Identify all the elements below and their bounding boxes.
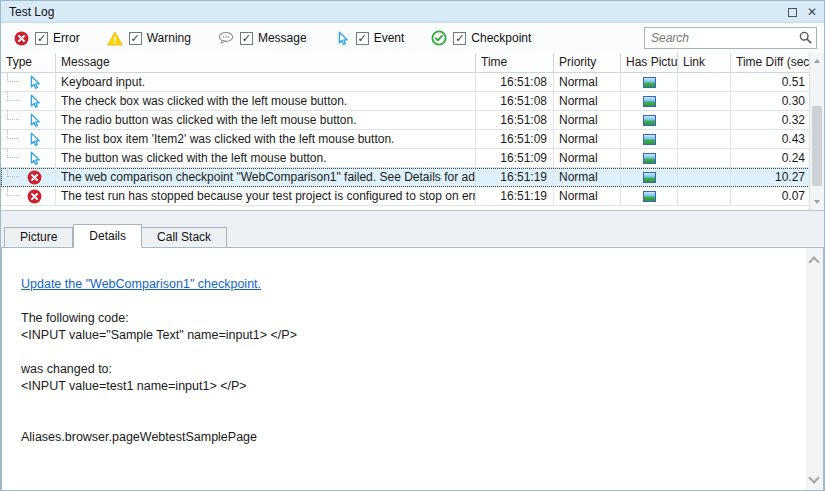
error-icon <box>13 30 29 46</box>
picture-thumbnail-icon[interactable] <box>643 153 656 164</box>
details-text-line <box>21 412 783 429</box>
tab-call-stack[interactable]: Call Stack <box>142 227 227 247</box>
scroll-down-icon[interactable] <box>814 200 820 204</box>
row-link <box>678 187 731 205</box>
table-row[interactable]: The button was clicked with the left mou… <box>1 149 824 168</box>
row-timediff: 0.32 <box>731 111 811 129</box>
row-priority: Normal <box>554 168 621 186</box>
row-message: The web comparison checkpoint "WebCompar… <box>56 168 476 186</box>
row-time: 16:51:08 <box>476 73 554 91</box>
picture-thumbnail-icon[interactable] <box>643 115 656 126</box>
row-link <box>678 149 731 167</box>
scroll-up-icon[interactable] <box>814 59 820 63</box>
row-priority: Normal <box>554 149 621 167</box>
details-text-line: was changed to: <box>21 361 783 378</box>
close-icon[interactable] <box>806 5 818 19</box>
filter-group: Warning <box>107 30 191 46</box>
tree-connector-icon <box>7 92 19 101</box>
message-icon <box>218 30 234 46</box>
filter-group: Event <box>334 30 405 46</box>
row-time: 16:51:08 <box>476 111 554 129</box>
filter-checkbox[interactable] <box>453 32 466 45</box>
row-link <box>678 130 731 148</box>
filter-toolbar: Error Warning Message Event Checkpoint <box>1 23 824 53</box>
row-time: 16:51:09 <box>476 149 554 167</box>
row-link <box>678 92 731 110</box>
details-content: Update the "WebComparison1" checkpoint. … <box>2 248 823 446</box>
filter-checkbox[interactable] <box>35 32 48 45</box>
checkpoint-icon <box>431 30 447 46</box>
row-timediff: 0.24 <box>731 149 811 167</box>
details-text-line: The following code: <box>21 310 783 327</box>
row-link <box>678 111 731 129</box>
maximize-icon[interactable] <box>788 8 797 17</box>
picture-thumbnail-icon[interactable] <box>643 172 656 183</box>
column-header-has-picture[interactable]: Has Picture <box>621 53 678 72</box>
scroll-down-icon[interactable] <box>808 472 819 483</box>
table-row[interactable]: The test run has stopped because your te… <box>1 187 824 206</box>
details-text-line <box>21 293 783 310</box>
table-row[interactable]: The web comparison checkpoint "WebCompar… <box>1 168 824 187</box>
column-header-type[interactable]: Type <box>1 53 56 72</box>
row-priority: Normal <box>554 111 621 129</box>
filter-bar: Error Warning Message Event Checkpoint <box>13 30 558 46</box>
event-icon <box>27 94 41 108</box>
tree-connector-icon <box>7 73 19 82</box>
table-header-row: TypeMessageTimePriorityHas PictureLinkTi… <box>1 53 824 73</box>
filter-group: Checkpoint <box>431 30 531 46</box>
search-input[interactable] <box>644 27 817 49</box>
row-time: 16:51:08 <box>476 92 554 110</box>
update-checkpoint-link[interactable]: Update the "WebComparison1" checkpoint. <box>21 277 261 291</box>
tab-details[interactable]: Details <box>73 224 142 248</box>
table-scrollbar[interactable] <box>809 53 824 210</box>
picture-thumbnail-icon[interactable] <box>643 77 656 88</box>
row-timediff: 10.27 <box>731 168 811 186</box>
column-header-link[interactable]: Link <box>678 53 731 72</box>
title-bar: Test Log <box>1 1 824 23</box>
filter-checkbox[interactable] <box>240 32 253 45</box>
column-header-time-diff-sec-[interactable]: Time Diff (sec) <box>731 53 811 72</box>
row-link <box>678 73 731 91</box>
event-icon <box>27 75 41 89</box>
tree-connector-icon <box>7 111 19 120</box>
scroll-up-icon[interactable] <box>808 256 819 267</box>
filter-label: Message <box>258 31 307 45</box>
tree-connector-icon <box>7 187 19 196</box>
details-scrollbar[interactable] <box>806 248 823 491</box>
warning-icon <box>107 30 123 46</box>
details-text-line <box>21 344 783 361</box>
tree-connector-icon <box>7 168 19 177</box>
filter-checkbox[interactable] <box>356 32 369 45</box>
error-icon <box>27 189 41 203</box>
table-row[interactable]: The list box item 'Item2' was clicked wi… <box>1 130 824 149</box>
error-icon <box>27 170 41 184</box>
row-timediff: 0.07 <box>731 187 811 205</box>
table-row[interactable]: Keyboard input. 16:51:08 Normal 0.51 <box>1 73 824 92</box>
row-priority: Normal <box>554 187 621 205</box>
row-timediff: 0.51 <box>731 73 811 91</box>
details-text-line: <INPUT value="Sample Text" name=input1> … <box>21 327 783 344</box>
details-text-line <box>21 395 783 412</box>
row-message: The radio button was clicked with the le… <box>56 111 476 129</box>
column-header-priority[interactable]: Priority <box>554 53 621 72</box>
picture-thumbnail-icon[interactable] <box>643 134 656 145</box>
filter-checkbox[interactable] <box>129 32 142 45</box>
detail-tabs: PictureDetailsCall Stack <box>1 223 824 247</box>
picture-thumbnail-icon[interactable] <box>643 96 656 107</box>
splitter <box>1 211 824 223</box>
filter-group: Message <box>218 30 307 46</box>
column-header-message[interactable]: Message <box>56 53 476 72</box>
column-header-time[interactable]: Time <box>476 53 554 72</box>
picture-thumbnail-icon[interactable] <box>643 191 656 202</box>
tab-picture[interactable]: Picture <box>4 227 73 247</box>
details-link-line: Update the "WebComparison1" checkpoint. <box>21 276 783 293</box>
scrollbar-thumb[interactable] <box>812 106 822 186</box>
table-row[interactable]: The radio button was clicked with the le… <box>1 111 824 130</box>
event-icon <box>27 132 41 146</box>
table-row[interactable]: The check box was clicked with the left … <box>1 92 824 111</box>
filter-label: Checkpoint <box>471 31 531 45</box>
row-time: 16:51:19 <box>476 187 554 205</box>
row-timediff: 0.43 <box>731 130 811 148</box>
row-link <box>678 168 731 186</box>
details-text-line: <INPUT value=test1 name=input1> </P> <box>21 378 783 395</box>
